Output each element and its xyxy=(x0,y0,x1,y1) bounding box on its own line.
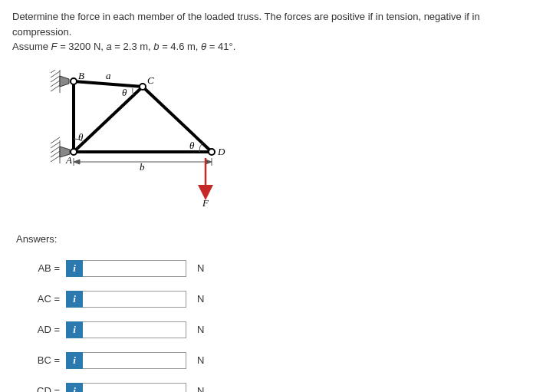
unit-label: N xyxy=(197,354,204,366)
svg-point-20 xyxy=(209,149,215,155)
svg-line-13 xyxy=(74,81,143,87)
answer-label-AC: AC = xyxy=(28,293,60,305)
answer-row-AB: AB = i N xyxy=(28,260,521,277)
info-icon[interactable]: i xyxy=(66,352,83,369)
answer-row-CD: CD = i N xyxy=(28,383,521,393)
answer-label-AD: AD = xyxy=(28,324,60,335)
unit-label: N xyxy=(197,293,204,305)
info-icon[interactable]: i xyxy=(66,383,83,393)
svg-line-14 xyxy=(74,87,143,152)
label-C: C xyxy=(147,74,154,86)
svg-line-16 xyxy=(143,87,212,152)
answer-row-BC: BC = i N xyxy=(28,352,521,369)
unit-label: N xyxy=(197,262,204,274)
svg-point-17 xyxy=(71,78,77,84)
answer-label-BC: BC = xyxy=(28,354,60,366)
label-theta-D: θ xyxy=(189,140,195,151)
label-theta-A: θ xyxy=(78,131,84,143)
answers-header: Answers: xyxy=(16,233,521,245)
truss-diagram: B C A D F a b θ θ θ xyxy=(35,70,521,218)
svg-marker-24 xyxy=(74,160,80,164)
label-B: B xyxy=(78,70,84,81)
answer-label-AB: AB = xyxy=(28,262,60,274)
problem-line-2: Assume F = 3200 N, a = 2.3 m, b = 4.6 m,… xyxy=(12,39,521,54)
answer-input-AC[interactable] xyxy=(83,291,186,308)
answer-row-AC: AC = i N xyxy=(28,291,521,308)
answer-input-AD[interactable] xyxy=(83,321,186,338)
label-F: F xyxy=(202,197,209,209)
info-icon[interactable]: i xyxy=(66,260,83,277)
answer-input-CD[interactable] xyxy=(83,383,186,393)
label-A: A xyxy=(65,154,72,166)
label-a: a xyxy=(106,70,111,81)
answer-input-BC[interactable] xyxy=(83,352,186,369)
answer-input-AB[interactable] xyxy=(83,260,186,277)
problem-line-1: Determine the force in each member of th… xyxy=(12,9,521,39)
label-D: D xyxy=(217,146,225,157)
label-b: b xyxy=(140,161,145,173)
unit-label: N xyxy=(197,385,204,392)
answer-row-AD: AD = i N xyxy=(28,321,521,338)
problem-statement: Determine the force in each member of th… xyxy=(12,9,521,54)
info-icon[interactable]: i xyxy=(66,291,83,308)
label-theta-C: θ xyxy=(122,87,127,98)
info-icon[interactable]: i xyxy=(66,321,83,338)
unit-label: N xyxy=(197,324,204,335)
svg-point-18 xyxy=(140,84,146,90)
answer-label-CD: CD = xyxy=(28,385,60,392)
